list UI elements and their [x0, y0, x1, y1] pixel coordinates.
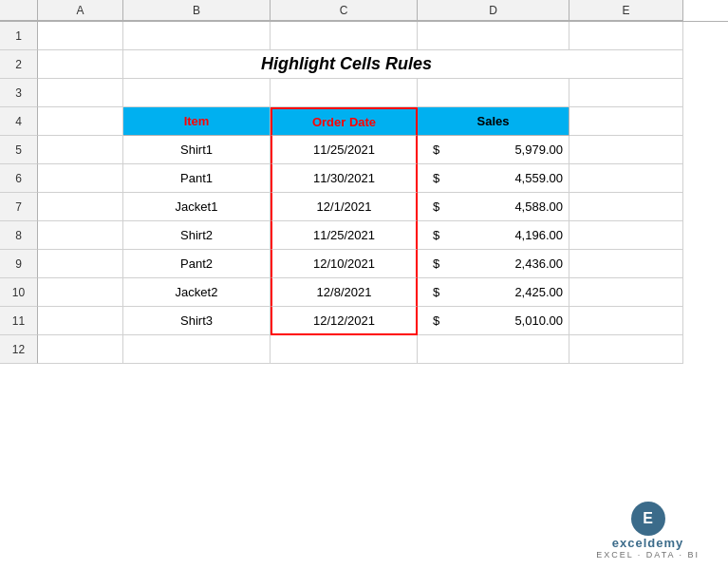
- cell-sales-2: $ 4,559.00: [418, 164, 569, 193]
- cell-sales-5: $ 2,436.00: [418, 250, 569, 278]
- cell-a7: [38, 193, 123, 221]
- row-num-5: 5: [0, 136, 38, 164]
- cell-e10: [569, 278, 683, 307]
- row-1: 1: [0, 22, 728, 50]
- cell-d12: [418, 335, 569, 364]
- cell-b2-title: Highlight Cells Rules: [123, 50, 569, 79]
- cell-date-2: 11/30/2021: [271, 164, 418, 193]
- cell-d1: [418, 22, 569, 50]
- cell-date-7: 12/12/2021: [271, 307, 418, 335]
- row-6: 6 Pant1 11/30/2021 $ 4,559.00: [0, 164, 728, 193]
- cell-item-3: Jacket1: [123, 193, 271, 221]
- cell-d3: [418, 79, 569, 107]
- cell-sales-6: $ 2,425.00: [418, 278, 569, 307]
- col-header-e: E: [569, 0, 683, 21]
- spreadsheet: A B C D E 1 2 Highlight Cells Rules 3 4: [0, 0, 728, 588]
- cell-a6: [38, 164, 123, 193]
- cell-c3: [271, 79, 418, 107]
- cell-sales-3: $ 4,588.00: [418, 193, 569, 221]
- header-item: Item: [123, 107, 271, 136]
- cell-a9: [38, 250, 123, 278]
- cell-b1: [123, 22, 271, 50]
- cell-a8: [38, 221, 123, 250]
- col-header-a: A: [38, 0, 123, 21]
- row-num-6: 6: [0, 164, 38, 193]
- row-num-10: 10: [0, 278, 38, 307]
- cell-e6: [569, 164, 683, 193]
- col-header-b: B: [123, 0, 271, 21]
- row-num-9: 9: [0, 250, 38, 278]
- watermark-brand: exceldemy: [612, 536, 684, 550]
- cell-item-6: Jacket2: [123, 278, 271, 307]
- cell-b12: [123, 335, 271, 364]
- cell-a5: [38, 136, 123, 164]
- watermark-icon: E: [631, 502, 665, 536]
- row-12: 12: [0, 335, 728, 364]
- cell-e4: [569, 107, 683, 136]
- cell-sales-4: $ 4,196.00: [418, 221, 569, 250]
- cell-a4: [38, 107, 123, 136]
- watermark-logo: E exceldemy EXCEL · DATA · BI: [596, 502, 700, 560]
- row-2: 2 Highlight Cells Rules: [0, 50, 728, 79]
- row-4-headers: 4 Item Order Date Sales: [0, 107, 728, 136]
- cell-e1: [569, 22, 683, 50]
- cell-date-4: 11/25/2021: [271, 221, 418, 250]
- cell-date-5: 12/10/2021: [271, 250, 418, 278]
- row-9: 9 Pant2 12/10/2021 $ 2,436.00: [0, 250, 728, 278]
- cell-e7: [569, 193, 683, 221]
- cell-e11: [569, 307, 683, 335]
- row-8: 8 Shirt2 11/25/2021 $ 4,196.00: [0, 221, 728, 250]
- cell-sales-1: $ 5,979.00: [418, 136, 569, 164]
- row-num-8: 8: [0, 221, 38, 250]
- cell-c12: [271, 335, 418, 364]
- cell-date-3: 12/1/2021: [271, 193, 418, 221]
- col-header-c: C: [271, 0, 418, 21]
- cell-e3: [569, 79, 683, 107]
- row-3: 3: [0, 79, 728, 107]
- cell-item-5: Pant2: [123, 250, 271, 278]
- cell-c1: [271, 22, 418, 50]
- row-11: 11 Shirt3 12/12/2021 $ 5,010.00: [0, 307, 728, 335]
- row-num-1: 1: [0, 22, 38, 50]
- row-num-2: 2: [0, 50, 38, 79]
- row-5: 5 Shirt1 11/25/2021 $ 5,979.00: [0, 136, 728, 164]
- watermark-tagline: EXCEL · DATA · BI: [596, 550, 700, 560]
- col-header-d: D: [418, 0, 569, 21]
- cell-item-4: Shirt2: [123, 221, 271, 250]
- cell-sales-7: $ 5,010.00: [418, 307, 569, 335]
- header-order-date: Order Date: [271, 107, 418, 136]
- cell-item-7: Shirt3: [123, 307, 271, 335]
- watermark: E exceldemy EXCEL · DATA · BI: [596, 502, 700, 560]
- row-num-11: 11: [0, 307, 38, 335]
- cell-a3: [38, 79, 123, 107]
- cell-e12: [569, 335, 683, 364]
- column-headers: A B C D E: [0, 0, 728, 22]
- corner-cell: [0, 0, 38, 21]
- cell-e8: [569, 221, 683, 250]
- cell-e9: [569, 250, 683, 278]
- row-num-7: 7: [0, 193, 38, 221]
- cell-a1: [38, 22, 123, 50]
- cell-e2: [569, 50, 683, 79]
- cell-item-1: Shirt1: [123, 136, 271, 164]
- cell-a10: [38, 278, 123, 307]
- row-10: 10 Jacket2 12/8/2021 $ 2,425.00: [0, 278, 728, 307]
- cell-date-6: 12/8/2021: [271, 278, 418, 307]
- row-num-3: 3: [0, 79, 38, 107]
- header-sales: Sales: [418, 107, 569, 136]
- row-7: 7 Jacket1 12/1/2021 $ 4,588.00: [0, 193, 728, 221]
- cell-b3: [123, 79, 271, 107]
- row-num-12: 12: [0, 335, 38, 364]
- cell-a11: [38, 307, 123, 335]
- cell-item-2: Pant1: [123, 164, 271, 193]
- cell-a2: [38, 50, 123, 79]
- cell-a12: [38, 335, 123, 364]
- row-num-4: 4: [0, 107, 38, 136]
- cell-date-1: 11/25/2021: [271, 136, 418, 164]
- page-title: Highlight Cells Rules: [261, 54, 432, 74]
- cell-e5: [569, 136, 683, 164]
